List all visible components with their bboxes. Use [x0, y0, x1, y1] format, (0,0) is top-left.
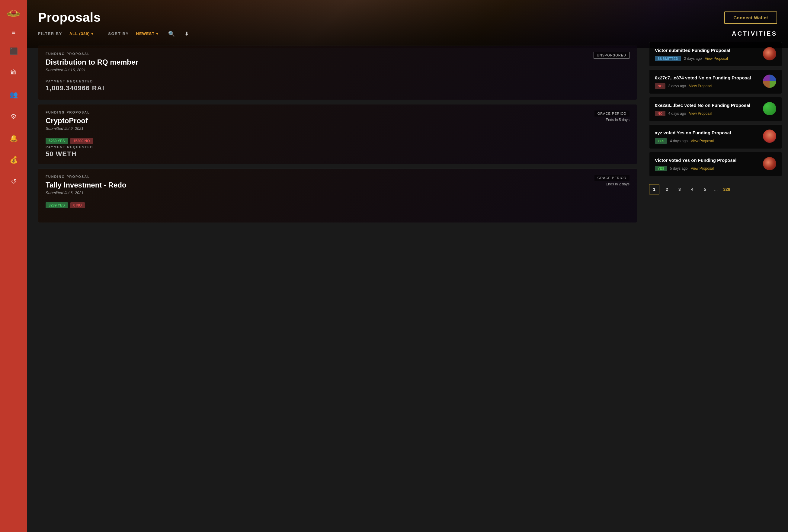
activity-time: 2 days ago — [684, 57, 702, 61]
download-icon[interactable]: ⬇ — [184, 31, 189, 37]
activity-item: 0xe2a8...fbec voted No on Funding Propos… — [649, 97, 782, 121]
grace-info: Ends in 5 days — [606, 118, 630, 122]
settings-icon: ⚙ — [11, 113, 17, 120]
grace-info: Ends in 2 days — [606, 182, 630, 186]
activity-title: 0xe2a8...fbec voted No on Funding Propos… — [655, 102, 759, 109]
svg-point-3 — [7, 13, 20, 16]
governance-icon: 🏛 — [10, 69, 17, 77]
yes-vote-badge: 3289 YES — [45, 202, 68, 208]
proposal-card[interactable]: FUNDING PROPOSAL UNSPONSORED Distributio… — [38, 45, 637, 100]
yes-badge: YES — [655, 138, 667, 144]
payment-value: 50 WETH — [45, 150, 630, 158]
activity-time: 4 days ago — [668, 112, 686, 116]
proposal-submitted: Submitted Jul 16, 2021 — [45, 67, 630, 72]
sidebar-item-governance[interactable]: 🏛 — [7, 66, 20, 80]
avatar — [763, 75, 776, 88]
activity-title: Victor submitted Funding Proposal — [655, 47, 759, 54]
sort-by-label: SORT BY — [108, 32, 129, 36]
yes-badge: YES — [655, 166, 667, 171]
filter-by-label: FILTER BY — [38, 32, 62, 36]
sidebar-item-notifications[interactable]: 🔔 — [7, 132, 20, 145]
view-proposal-link[interactable]: View Proposal — [689, 84, 712, 88]
submitted-badge: SUBMITTED — [655, 56, 681, 61]
pagination: 1 2 3 4 5 … 329 — [649, 179, 782, 196]
sidebar-item-settings[interactable]: ⚙ — [7, 110, 20, 123]
history-icon: ↺ — [11, 178, 16, 186]
activity-time: 4 days ago — [670, 139, 688, 143]
bell-icon: 🔔 — [9, 134, 18, 142]
view-proposal-link[interactable]: View Proposal — [705, 57, 728, 61]
vote-badges: 3289 YES 0 NO — [45, 202, 630, 208]
no-vote-badge: 15300 NO — [70, 138, 93, 144]
proposals-panel: FUNDING PROPOSAL UNSPONSORED Distributio… — [27, 42, 643, 532]
sidebar-item-gallery[interactable]: ⬛ — [7, 45, 20, 58]
page-2-button[interactable]: 2 — [662, 184, 672, 194]
filter-bar: FILTER BY ALL (389) ▾ SORT BY NEWEST ▾ 🔍… — [27, 30, 788, 42]
activity-meta: SUBMITTED 2 days ago View Proposal — [655, 56, 759, 61]
page-4-button[interactable]: 4 — [687, 184, 697, 194]
no-badge: NO — [655, 111, 665, 116]
avatar — [763, 157, 776, 170]
activity-title: Victor voted Yes on Funding Proposal — [655, 157, 759, 163]
proposal-card[interactable]: FUNDING PROPOSAL GRACE PERIOD Ends in 5 … — [38, 104, 637, 164]
connect-wallet-button[interactable]: Connect Wallet — [724, 12, 777, 24]
proposal-submitted: Submitted Jul 6, 2021 — [45, 191, 630, 195]
proposal-type: FUNDING PROPOSAL — [45, 175, 630, 178]
activity-meta: NO 3 days ago View Proposal — [655, 83, 759, 89]
filter-value[interactable]: ALL (389) ▾ — [70, 32, 94, 36]
activity-meta: YES 4 days ago View Proposal — [655, 138, 759, 144]
activity-title: 0x27c7...c874 voted No on Funding Propos… — [655, 75, 759, 81]
page-1-button[interactable]: 1 — [649, 184, 659, 194]
proposal-type: FUNDING PROPOSAL — [45, 111, 630, 114]
proposal-submitted: Submitted Jul 9, 2021 — [45, 126, 630, 131]
activity-item: Victor submitted Funding Proposal SUBMIT… — [649, 42, 782, 66]
page-last-button[interactable]: 329 — [722, 184, 732, 194]
sidebar-item-treasury[interactable]: 💰 — [7, 153, 20, 167]
payment-value: 1,009.340966 RAI — [45, 84, 630, 92]
grace-period-badge: GRACE PERIOD — [594, 111, 630, 117]
activities-label: ACTIVITIES — [732, 30, 777, 37]
vote-badges: 6280 YES 15300 NO — [45, 138, 630, 144]
proposal-status-right: GRACE PERIOD Ends in 5 days — [594, 111, 630, 122]
grace-period-badge: GRACE PERIOD — [594, 175, 630, 181]
activity-item: xyz voted Yes on Funding Proposal YES 4 … — [649, 124, 782, 149]
no-vote-badge: 0 NO — [70, 202, 85, 208]
activity-meta: YES 5 days ago View Proposal — [655, 166, 759, 171]
activity-item: Victor voted Yes on Funding Proposal YES… — [649, 152, 782, 176]
search-icon[interactable]: 🔍 — [168, 31, 175, 37]
activities-panel: Victor submitted Funding Proposal SUBMIT… — [643, 42, 788, 532]
activity-body: Victor submitted Funding Proposal SUBMIT… — [655, 47, 759, 61]
page-5-button[interactable]: 5 — [700, 184, 710, 194]
yes-vote-badge: 6280 YES — [45, 138, 68, 144]
proposal-status-right: GRACE PERIOD Ends in 2 days — [594, 175, 630, 186]
proposal-title: Distribution to RQ member — [45, 58, 630, 66]
sort-value[interactable]: NEWEST ▾ — [136, 32, 158, 36]
activity-body: Victor voted Yes on Funding Proposal YES… — [655, 157, 759, 171]
activity-body: 0xe2a8...fbec voted No on Funding Propos… — [655, 102, 759, 116]
activity-body: 0x27c7...c874 voted No on Funding Propos… — [655, 75, 759, 89]
page-title: Proposals — [38, 10, 101, 25]
content-area: FUNDING PROPOSAL UNSPONSORED Distributio… — [27, 42, 788, 532]
avatar — [763, 130, 776, 143]
sidebar-item-members[interactable]: 👥 — [7, 88, 20, 101]
view-proposal-link[interactable]: View Proposal — [689, 112, 712, 116]
activity-meta: NO 4 days ago View Proposal — [655, 111, 759, 116]
payment-label: PAYMENT REQUESTED — [45, 145, 630, 149]
activity-title: xyz voted Yes on Funding Proposal — [655, 130, 759, 136]
activity-body: xyz voted Yes on Funding Proposal YES 4 … — [655, 130, 759, 144]
treasury-icon: 💰 — [9, 156, 18, 164]
pagination-ellipsis: … — [712, 187, 719, 192]
avatar — [763, 47, 776, 60]
hamburger-icon[interactable]: ≡ — [12, 28, 16, 36]
no-badge: NO — [655, 83, 665, 89]
page-3-button[interactable]: 3 — [674, 184, 685, 194]
sidebar-nav: ⬛ 🏛 👥 ⚙ 🔔 💰 ↺ — [7, 45, 20, 527]
view-proposal-link[interactable]: View Proposal — [691, 166, 714, 171]
proposal-title: CryptoProof — [45, 117, 630, 125]
sidebar-item-history[interactable]: ↺ — [7, 175, 20, 189]
proposal-type: FUNDING PROPOSAL — [45, 52, 630, 56]
activity-time: 3 days ago — [668, 84, 686, 88]
logo[interactable] — [6, 5, 21, 21]
proposal-card[interactable]: FUNDING PROPOSAL GRACE PERIOD Ends in 2 … — [38, 169, 637, 223]
view-proposal-link[interactable]: View Proposal — [691, 139, 714, 143]
